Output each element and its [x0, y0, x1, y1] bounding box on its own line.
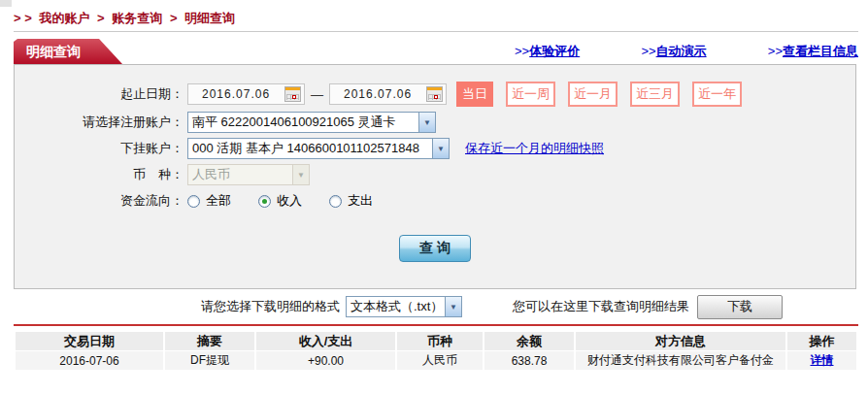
start-date-value: 2016.07.06 — [202, 87, 270, 101]
end-date-input[interactable]: 2016.07.06 — [329, 83, 447, 105]
registered-account-row: 请选择注册账户： 南平 6222001406100921065 灵通卡 ▼ — [15, 112, 855, 133]
chevron-down-icon[interactable]: ▼ — [432, 139, 449, 158]
sub-account-row: 下挂账户： 000 活期 基本户 1406600101102571848 ▼ 保… — [15, 138, 855, 159]
col-header-action: 操作 — [787, 332, 856, 350]
save-monthly-snapshot-link[interactable]: 保存近一个月的明细快照 — [465, 140, 604, 157]
cell-summary: DF提现 — [165, 351, 254, 370]
fund-flow-row: 资金流向： 全部 收入 支出 — [15, 190, 855, 212]
link-arrow-prefix: >> — [641, 44, 655, 58]
cell-action: 详情 — [787, 351, 856, 370]
fund-flow-radio-group: 全部 收入 支出 — [187, 192, 373, 210]
download-button[interactable]: 下载 — [697, 295, 783, 319]
quick-range-quarter-button[interactable]: 近三月 — [630, 82, 680, 107]
fund-flow-option-all[interactable]: 全部 — [187, 192, 231, 210]
radio-checked-icon[interactable] — [258, 195, 271, 208]
col-header-summary: 摘要 — [165, 332, 254, 350]
table-top-divider — [14, 324, 858, 326]
fund-flow-option-income-label: 收入 — [277, 192, 302, 210]
view-column-info-link[interactable]: >>查看栏目信息 — [768, 43, 858, 60]
start-date-input[interactable]: 2016.07.06 — [187, 83, 305, 105]
cell-date: 2016-07-06 — [16, 351, 163, 370]
fund-flow-label: 资金流向： — [15, 192, 184, 210]
radio-unchecked-icon[interactable] — [187, 195, 200, 208]
download-format-select[interactable]: 文本格式（.txt） ▼ — [346, 296, 462, 317]
link-arrow-prefix: >> — [768, 44, 783, 58]
breadcrumb-item-account-query[interactable]: 账务查询 — [112, 11, 162, 25]
registered-account-select[interactable]: 南平 6222001406100921065 灵通卡 ▼ — [187, 112, 436, 133]
chevron-down-icon[interactable]: ▼ — [418, 113, 435, 132]
date-range-separator: — — [311, 87, 323, 102]
chevron-down-icon[interactable]: ▼ — [445, 297, 461, 316]
end-date-value: 2016.07.06 — [344, 87, 412, 101]
breadcrumb-divider — [14, 31, 858, 32]
auto-demo-label: 自动演示 — [656, 44, 707, 58]
calendar-icon[interactable] — [426, 86, 443, 102]
breadcrumb-prefix: > > — [14, 11, 32, 25]
table-row: 2016-07-06 DF提现 +90.00 人民币 638.78 财付通支付科… — [16, 351, 856, 370]
breadcrumb-item-detail-query: 明细查询 — [184, 11, 235, 25]
col-header-date: 交易日期 — [16, 332, 163, 350]
quick-range-buttons: 当日 近一周 近一月 近三月 近一年 — [456, 82, 742, 107]
cell-balance: 638.78 — [484, 351, 574, 370]
sub-account-select[interactable]: 000 活期 基本户 1406600101102571848 ▼ — [187, 138, 450, 159]
view-column-info-label: 查看栏目信息 — [783, 44, 858, 58]
radio-unchecked-icon[interactable] — [329, 195, 342, 208]
breadcrumb: > > 我的账户 > 账务查询 > 明细查询 — [14, 10, 239, 27]
cell-currency: 人民币 — [397, 351, 483, 370]
currency-select: 人民币 ▼ — [187, 164, 310, 185]
header-links: >>体验评价 >>自动演示 >>查看栏目信息 — [515, 43, 858, 60]
download-result-hint: 您可以在这里下载查询明细结果 — [513, 298, 689, 315]
download-format-label: 请您选择下载明细的格式 — [201, 298, 340, 315]
chevron-down-icon: ▼ — [292, 165, 309, 184]
sub-account-label: 下挂账户： — [15, 140, 184, 157]
query-form-panel: 起止日期： 2016.07.06 — 2016.07.06 当日 近一周 近一月… — [14, 64, 856, 289]
registered-account-value: 南平 6222001406100921065 灵通卡 — [188, 113, 418, 132]
fund-flow-option-expense[interactable]: 支出 — [329, 192, 373, 210]
link-arrow-prefix: >> — [515, 44, 529, 58]
auto-demo-link[interactable]: >>自动演示 — [641, 43, 706, 60]
query-button[interactable]: 查 询 — [399, 235, 471, 262]
table-header-row: 交易日期 摘要 收入/支出 币种 余额 对方信息 操作 — [16, 332, 856, 350]
col-header-counterparty: 对方信息 — [576, 332, 785, 350]
date-range-label: 起止日期： — [15, 85, 184, 103]
currency-row: 币 种： 人民币 ▼ — [15, 164, 855, 185]
date-range-row: 起止日期： 2016.07.06 — 2016.07.06 当日 近一周 近一月… — [15, 82, 855, 107]
experience-review-link[interactable]: >>体验评价 — [515, 43, 580, 60]
col-header-currency: 币种 — [397, 332, 483, 350]
currency-label: 币 种： — [15, 166, 184, 183]
quick-range-year-button[interactable]: 近一年 — [692, 82, 742, 107]
calendar-icon[interactable] — [284, 86, 301, 102]
download-row: 请您选择下载明细的格式 文本格式（.txt） ▼ 您可以在这里下载查询明细结果 … — [0, 294, 868, 319]
detail-link[interactable]: 详情 — [811, 353, 834, 367]
detail-query-page: > > 我的账户 > 账务查询 > 明细查询 明细查询 >>体验评价 >>自动演… — [0, 0, 868, 394]
breadcrumb-separator: > — [97, 11, 105, 25]
breadcrumb-item-my-account[interactable]: 我的账户 — [39, 11, 89, 25]
col-header-balance: 余额 — [484, 332, 574, 350]
quick-range-month-button[interactable]: 近一月 — [568, 82, 618, 107]
breadcrumb-separator: > — [170, 11, 178, 25]
cell-amount: +90.00 — [256, 351, 395, 370]
registered-account-label: 请选择注册账户： — [15, 114, 184, 131]
quick-range-week-button[interactable]: 近一周 — [506, 82, 555, 107]
fund-flow-option-income[interactable]: 收入 — [258, 192, 302, 210]
transaction-table: 交易日期 摘要 收入/支出 币种 余额 对方信息 操作 2016-07-06 D… — [14, 331, 858, 371]
col-header-amount: 收入/支出 — [256, 332, 395, 350]
experience-review-label: 体验评价 — [529, 44, 580, 58]
currency-value: 人民币 — [188, 165, 292, 184]
quick-range-today-button[interactable]: 当日 — [456, 82, 493, 107]
tab-detail-query: 明细查询 — [14, 39, 122, 64]
sub-account-value: 000 活期 基本户 1406600101102571848 — [188, 139, 432, 158]
cell-counterparty: 财付通支付科技有限公司客户备付金 — [576, 351, 785, 370]
page-corner-decoration — [0, 0, 12, 7]
fund-flow-option-all-label: 全部 — [206, 192, 231, 210]
fund-flow-option-expense-label: 支出 — [348, 192, 373, 210]
download-format-value: 文本格式（.txt） — [347, 297, 445, 316]
